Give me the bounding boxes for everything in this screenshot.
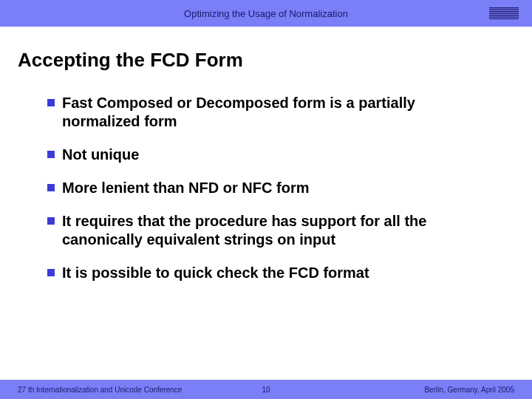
- svg-rect-1: [489, 10, 519, 10]
- svg-rect-3: [489, 13, 519, 14]
- list-item: More lenient than NFD or NFC form: [47, 179, 514, 197]
- ibm-logo-icon: [489, 7, 519, 19]
- bullet-text: More lenient than NFD or NFC form: [62, 179, 309, 197]
- list-item: It is possible to quick check the FCD fo…: [47, 264, 514, 282]
- footer-bar: 27 th Internationalization and Unicode C…: [0, 380, 532, 399]
- list-item: Fast Composed or Decomposed form is a pa…: [47, 94, 514, 131]
- list-item: It requires that the procedure has suppo…: [47, 212, 514, 249]
- slide: Optimizing the Usage of Normalization Ac…: [0, 0, 532, 399]
- bullet-marker-icon: [47, 269, 55, 276]
- svg-rect-0: [489, 7, 519, 8]
- svg-rect-2: [489, 11, 519, 12]
- bullet-marker-icon: [47, 184, 55, 191]
- svg-rect-6: [489, 18, 519, 19]
- bullet-text: Fast Composed or Decomposed form is a pa…: [62, 94, 476, 131]
- bullet-marker-icon: [47, 217, 55, 225]
- bullet-text: It requires that the procedure has suppo…: [62, 212, 476, 249]
- header-bar: Optimizing the Usage of Normalization: [0, 0, 532, 27]
- bullet-text: Not unique: [62, 146, 139, 164]
- ibm-logo-svg: [489, 7, 519, 19]
- svg-rect-4: [489, 15, 519, 16]
- slide-title: Accepting the FCD Form: [18, 49, 514, 72]
- bullet-text: It is possible to quick check the FCD fo…: [62, 264, 369, 282]
- footer-left: 27 th Internationalization and Unicode C…: [18, 386, 182, 394]
- bullet-marker-icon: [47, 151, 55, 158]
- slide-body: Accepting the FCD Form Fast Composed or …: [0, 27, 532, 380]
- bullet-list: Fast Composed or Decomposed form is a pa…: [18, 94, 514, 282]
- bullet-marker-icon: [47, 99, 55, 106]
- header-title: Optimizing the Usage of Normalization: [184, 8, 348, 19]
- footer-page-number: 10: [262, 386, 270, 394]
- svg-rect-5: [489, 17, 519, 18]
- list-item: Not unique: [47, 146, 514, 164]
- footer-right: Berlin, Germany, April 2005: [424, 386, 514, 394]
